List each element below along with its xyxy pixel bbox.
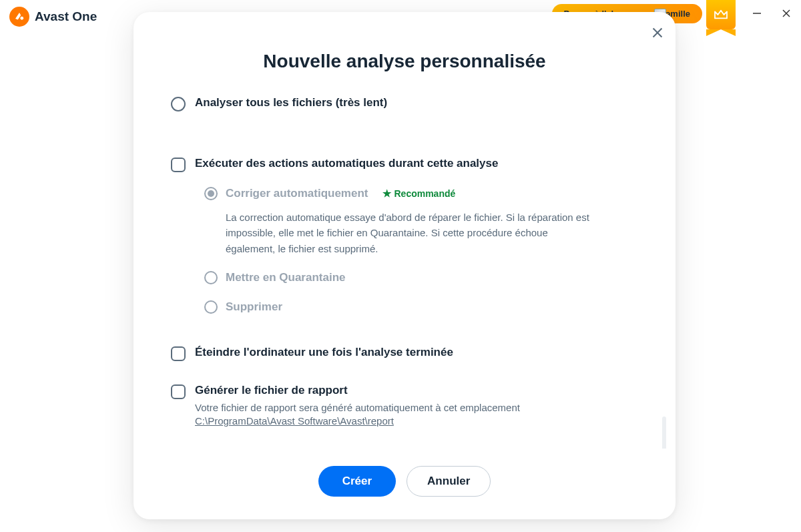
recommended-badge: ★ Recommandé [382, 188, 455, 200]
app-logo-wrap: Avast One [9, 7, 97, 27]
radio-fix[interactable] [204, 187, 218, 200]
option-report-row: Générer le fichier de rapport [171, 384, 638, 399]
radio-fix-description: La correction automatique essaye d'abord… [226, 210, 599, 256]
create-button[interactable]: Créer [318, 466, 396, 497]
scan-all-checkbox[interactable] [171, 97, 186, 111]
custom-scan-modal: Nouvelle analyse personnalisée Analyser … [134, 12, 676, 519]
radio-row-fix: Corriger automatiquement ★ Recommandé [204, 187, 638, 200]
app-name: Avast One [35, 9, 97, 24]
premium-crown-ribbon[interactable] [706, 0, 736, 29]
window-minimize-button[interactable] [742, 0, 772, 27]
radio-row-quarantine: Mettre en Quarantaine [204, 271, 638, 284]
star-icon: ★ [382, 188, 391, 200]
auto-actions-checkbox[interactable] [171, 158, 186, 172]
modal-close-button[interactable] [651, 27, 663, 41]
option-scan-all-row: Analyser tous les fichiers (très lent) [171, 96, 638, 111]
report-label: Générer le fichier de rapport [195, 384, 348, 397]
modal-footer: Créer Annuler [134, 449, 676, 519]
radio-delete-label: Supprimer [226, 300, 282, 314]
crown-icon [714, 9, 728, 21]
scan-all-label: Analyser tous les fichiers (très lent) [195, 96, 387, 109]
svg-point-0 [20, 17, 23, 20]
scrollbar[interactable] [662, 417, 666, 449]
auto-actions-label: Exécuter des actions automatiques durant… [195, 157, 498, 170]
radio-delete[interactable] [204, 300, 218, 314]
radio-quarantine[interactable] [204, 271, 218, 284]
radio-quarantine-label: Mettre en Quarantaine [226, 271, 346, 284]
option-shutdown-row: Éteindre l'ordinateur une fois l'analyse… [171, 346, 638, 361]
recommended-label: Recommandé [394, 188, 455, 199]
auto-actions-radiogroup: Corriger automatiquement ★ Recommandé La… [204, 187, 638, 314]
report-description: Votre fichier de rapport sera généré aut… [195, 401, 638, 416]
shutdown-label: Éteindre l'ordinateur une fois l'analyse… [195, 346, 453, 359]
close-icon [651, 27, 663, 39]
radio-row-delete: Supprimer [204, 300, 638, 314]
report-checkbox[interactable] [171, 384, 186, 399]
report-path-link[interactable]: C:\ProgramData\Avast Software\Avast\repo… [195, 415, 394, 427]
modal-title: Nouvelle analyse personnalisée [134, 51, 676, 72]
report-details: Votre fichier de rapport sera généré aut… [195, 401, 638, 428]
shutdown-checkbox[interactable] [171, 346, 186, 361]
option-auto-actions-row: Exécuter des actions automatiques durant… [171, 157, 638, 172]
cancel-button[interactable]: Annuler [407, 466, 491, 497]
window-close-button[interactable] [772, 0, 801, 27]
modal-body: Analyser tous les fichiers (très lent) E… [134, 96, 676, 449]
avast-logo-icon [9, 7, 29, 27]
radio-fix-label: Corriger automatiquement [226, 187, 368, 200]
